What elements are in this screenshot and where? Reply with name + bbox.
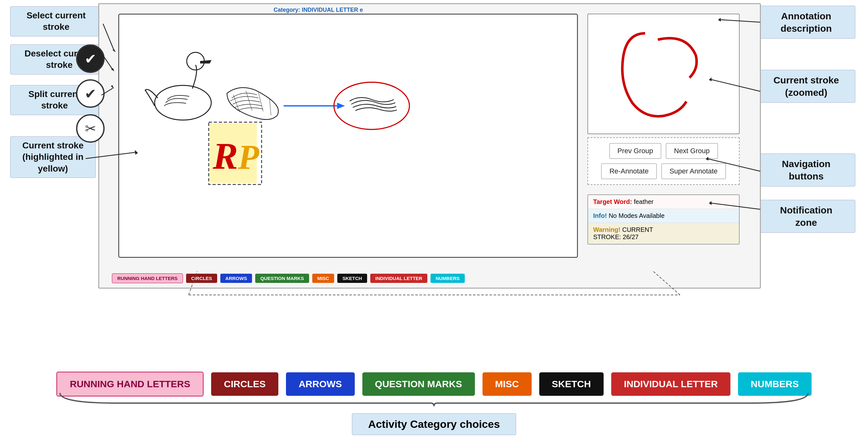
tool-buttons: ✔ ✔ ✂ <box>76 45 104 143</box>
cat-tab-numbers[interactable]: NUMBERS <box>431 274 465 283</box>
super-annotate-button[interactable]: Super Annotate <box>661 163 726 179</box>
navigation-buttons-label: Navigationbuttons <box>757 153 855 186</box>
cat-tab-arrows[interactable]: ARROWS <box>220 274 252 283</box>
svg-text:R: R <box>212 135 238 177</box>
feather-sketch <box>227 88 278 120</box>
current-stroke-zoomed-label: Current stroke(zoomed) <box>757 70 855 103</box>
zoomed-stroke-panel <box>587 13 740 134</box>
target-word-notification: Target Word: feather <box>588 195 739 209</box>
warning-label: Warning! <box>593 226 620 233</box>
category-tabs-small: RUNNING HAND LETTERS CIRCLES ARROWS QUES… <box>112 273 747 283</box>
select-stroke-button[interactable]: ✔ <box>76 45 104 73</box>
target-value: feather <box>634 198 653 205</box>
cat-tab-question-marks[interactable]: QUESTION MARKS <box>255 274 309 283</box>
cat-tab-circles[interactable]: CIRCLES <box>186 274 217 283</box>
brace-svg <box>54 390 814 409</box>
blue-arrow <box>284 103 345 109</box>
cat-tab-sketch[interactable]: SKETCH <box>337 274 367 283</box>
notification-zone: Target Word: feather Info! No Modes Avai… <box>587 195 740 244</box>
oval-content <box>350 98 397 111</box>
nav-buttons-box: Prev Group Next Group Re-Annotate Super … <box>587 137 740 185</box>
canvas-panel: Category: INDIVIDUAL LETTER e Group: 3 <box>98 3 761 289</box>
brace-area: Activity Category choices <box>25 390 843 435</box>
target-label: Target Word: <box>593 198 632 205</box>
cat-tab-running-hand[interactable]: RUNNING HAND LETTERS <box>112 273 183 283</box>
notification-zone-label: Notificationzone <box>757 200 855 233</box>
svg-point-4 <box>334 82 409 129</box>
nav-row-1: Prev Group Next Group <box>593 143 734 159</box>
bird-sketch <box>145 52 211 120</box>
deselect-stroke-button[interactable]: ✔ <box>76 79 104 108</box>
drawing-area[interactable]: R P <box>118 13 578 258</box>
info-value: No Modes Available <box>609 212 664 219</box>
svg-marker-3 <box>337 103 345 109</box>
svg-text:P: P <box>238 138 260 176</box>
prev-group-button[interactable]: Prev Group <box>609 143 662 159</box>
nav-row-2: Re-Annotate Super Annotate <box>593 163 734 179</box>
info-notification: Info! No Modes Available <box>588 209 739 223</box>
category-name: Category: INDIVIDUAL LETTER e <box>274 7 363 13</box>
cat-tab-individual-letter[interactable]: INDIVIDUAL LETTER <box>370 274 427 283</box>
main-area: Select current stroke Deselect currentst… <box>0 0 868 444</box>
sketch-svg: R P <box>119 14 577 257</box>
right-panel: Prev Group Next Group Re-Annotate Super … <box>587 13 746 258</box>
activity-category-label: Activity Category choices <box>352 413 516 435</box>
re-annotate-button[interactable]: Re-Annotate <box>601 163 657 179</box>
info-label: Info! <box>593 212 607 219</box>
warning-notification: Warning! CURRENTSTROKE: 26/27 <box>588 223 739 244</box>
cat-tab-misc[interactable]: MISC <box>312 274 335 283</box>
annotation-description-label: Annotationdescription <box>757 6 855 39</box>
next-group-button[interactable]: Next Group <box>666 143 718 159</box>
split-stroke-button[interactable]: ✂ <box>76 114 104 143</box>
select-label: Select current stroke <box>10 6 102 36</box>
